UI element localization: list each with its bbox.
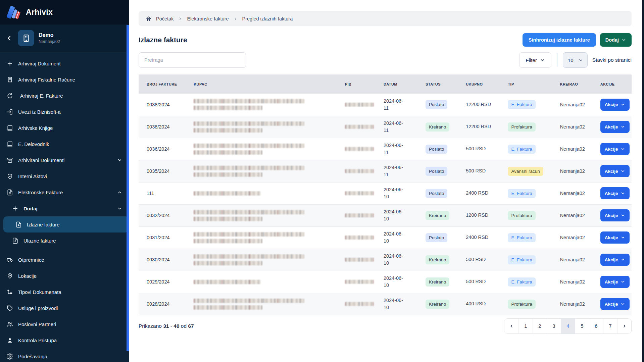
- actions-button[interactable]: Akcije: [600, 187, 630, 199]
- col-akcije: AKCIJE: [592, 74, 632, 94]
- breadcrumb-elektronske-fakture[interactable]: Elektronske fakture: [187, 16, 229, 21]
- sidebar-item-arhiviraj-e-fakture[interactable]: Arhiviraj E. Fakture: [0, 88, 129, 104]
- actions-button[interactable]: Akcije: [600, 231, 630, 244]
- actions-button[interactable]: Akcije: [600, 165, 630, 177]
- table-row: 0038/2024 2024-06-11 Kreirano 12200 RSD …: [139, 116, 632, 138]
- status-badge: Poslato: [426, 100, 447, 109]
- actions-button[interactable]: Akcije: [600, 298, 630, 310]
- company-avatar[interactable]: [18, 30, 34, 46]
- pagination-page[interactable]: 7: [603, 319, 617, 333]
- workspace-block: Demo Nemanja02: [0, 24, 129, 52]
- status-badge: Kreirano: [426, 300, 449, 309]
- actions-button[interactable]: Akcije: [600, 99, 630, 111]
- truck-icon: [6, 256, 13, 263]
- gear-icon: [6, 353, 13, 360]
- sidebar-item-interni-aktovi[interactable]: Interni Aktovi: [0, 168, 129, 184]
- invoice-total: 500 RSD: [466, 145, 486, 152]
- chevron-down-icon: [540, 58, 545, 63]
- type-badge: Profaktura: [508, 122, 535, 132]
- pagination: 1 2 3 4 5 6 7: [504, 318, 632, 334]
- vertical-divider: [557, 53, 557, 67]
- col-tip: TIP: [500, 74, 552, 94]
- shield-icon: [6, 173, 13, 179]
- page-size-label: Stavki po stranici: [592, 57, 632, 63]
- status-badge: Poslato: [426, 145, 447, 154]
- redacted-customer: [194, 191, 334, 196]
- sidebar-item-izlazne-fakture[interactable]: Izlazne fakture: [3, 216, 129, 232]
- sidebar-item-dodaj[interactable]: Dodaj: [0, 200, 129, 216]
- sidebar-item-arhiviraj-fiskalne-racune[interactable]: Arhiviraj Fiskalne Račune: [0, 71, 129, 88]
- invoice-date: 2024-06-10: [384, 253, 408, 267]
- chevron-down-icon: [621, 147, 625, 151]
- actions-button[interactable]: Akcije: [600, 276, 630, 288]
- redacted-pib: [345, 103, 374, 107]
- redacted-pib: [345, 147, 374, 151]
- window-scrollbar[interactable]: [642, 0, 644, 362]
- pagination-page[interactable]: 6: [589, 319, 603, 333]
- pagination-prev[interactable]: [504, 319, 518, 333]
- actions-button[interactable]: Akcije: [600, 143, 630, 155]
- actions-button[interactable]: Akcije: [600, 121, 630, 133]
- type-badge: E. Faktura: [508, 189, 535, 198]
- actions-button[interactable]: Akcije: [600, 209, 630, 221]
- invoice-number: 0029/2024: [147, 279, 170, 285]
- sidebar-scrollbar[interactable]: [127, 25, 129, 351]
- redacted-pib: [345, 236, 374, 240]
- actions-button[interactable]: Akcije: [600, 254, 630, 266]
- chevron-right-icon: [622, 324, 627, 328]
- invoice-number: 0030/2024: [147, 257, 170, 262]
- chevron-down-icon: [621, 302, 625, 306]
- sidebar-item-poslovni-partneri[interactable]: Poslovni Partneri: [0, 316, 129, 332]
- sidebar: Arhivix Demo Nemanja02 Arhiviraj Dokumen…: [0, 0, 129, 362]
- sidebar-item-podesavanja[interactable]: Podešavanja: [0, 348, 129, 362]
- redacted-customer: [194, 280, 334, 284]
- col-kreirao: KREIRAO: [552, 74, 592, 94]
- created-by: Nemanja02: [560, 279, 585, 285]
- chevron-down-icon: [622, 38, 626, 42]
- sidebar-item-ulazne-fakture[interactable]: Ulazne fakture: [0, 232, 129, 249]
- redacted-pib: [345, 191, 374, 195]
- add-button[interactable]: Dodaj: [600, 33, 632, 47]
- redacted-pib: [345, 280, 374, 284]
- sidebar-item-arhiviraj-dokument[interactable]: Arhiviraj Dokument: [0, 55, 129, 71]
- sidebar-item-e-delovodnik[interactable]: E. Delovodnik: [0, 136, 129, 152]
- status-badge: Kreirano: [426, 211, 449, 220]
- pagination-page[interactable]: 4: [561, 319, 575, 333]
- sidebar-item-tipovi-dokumenata[interactable]: Tipovi Dokumenata: [0, 284, 129, 300]
- sidebar-item-usluge-i-proizvodi[interactable]: Usluge i proizvodi: [0, 300, 129, 316]
- filter-button[interactable]: Filter: [519, 52, 551, 68]
- sidebar-item-arhivirani-dokumenti[interactable]: Arhivirani Dokumenti: [0, 152, 129, 168]
- invoice-total: 1200 RSD: [466, 212, 488, 219]
- pagination-page[interactable]: 2: [533, 319, 547, 333]
- breadcrumb-pocetak[interactable]: Početak: [156, 16, 174, 21]
- redacted-customer: [194, 166, 334, 177]
- redacted-customer: [194, 99, 334, 110]
- tag-icon: [6, 305, 13, 311]
- invoice-total: 12200 RSD: [466, 123, 491, 130]
- redacted-pib: [345, 213, 374, 217]
- chevron-right-icon: [178, 17, 182, 21]
- chevron-down-icon: [117, 158, 122, 163]
- type-badge: E. Faktura: [508, 233, 535, 242]
- pagination-next[interactable]: [617, 319, 631, 333]
- sidebar-item-uvezi-iz-biznisofta[interactable]: Uvezi iz Biznisoft-a: [0, 104, 129, 120]
- sync-invoices-button[interactable]: Sinhronizuj izlazne fakture: [523, 33, 596, 47]
- pagination-page[interactable]: 3: [547, 319, 561, 333]
- sidebar-item-lokacije[interactable]: Lokacije: [0, 268, 129, 284]
- sidebar-item-kontrola-pristupa[interactable]: Kontrola Pristupa: [0, 332, 129, 348]
- search-input[interactable]: [139, 52, 246, 68]
- chevron-down-icon: [621, 191, 625, 196]
- home-icon[interactable]: [146, 16, 151, 21]
- sidebar-item-elektronske-fakture[interactable]: Elektronske Fakture: [0, 184, 129, 200]
- chevron-left-icon: [509, 324, 514, 328]
- redacted-customer: [194, 232, 334, 243]
- pagination-page[interactable]: 5: [575, 319, 589, 333]
- users-icon: [6, 321, 13, 327]
- sidebar-item-arhivske-knjige[interactable]: Arhivske Knjige: [0, 120, 129, 136]
- pagination-page[interactable]: 1: [518, 319, 533, 333]
- sidebar-item-otpremnice[interactable]: Otpremnice: [0, 252, 129, 268]
- user-icon: [6, 337, 13, 344]
- page-size-select[interactable]: 10: [563, 52, 588, 68]
- col-ukupno: UKUPNO: [458, 74, 500, 94]
- collapse-sidebar-button[interactable]: [5, 34, 13, 43]
